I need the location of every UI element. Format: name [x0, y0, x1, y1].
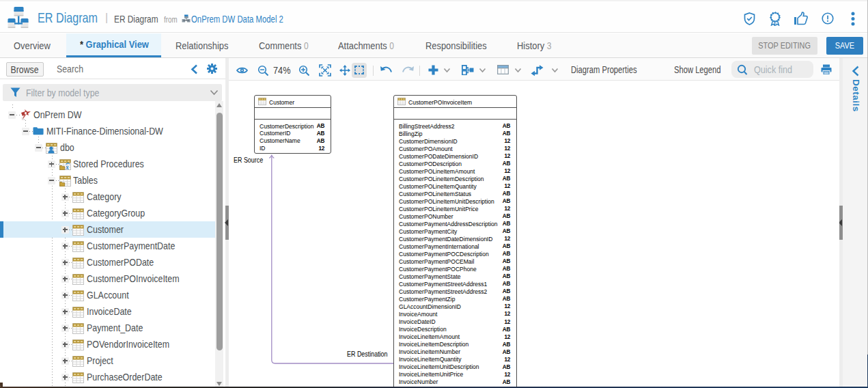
svg-text:x: x [65, 163, 69, 170]
